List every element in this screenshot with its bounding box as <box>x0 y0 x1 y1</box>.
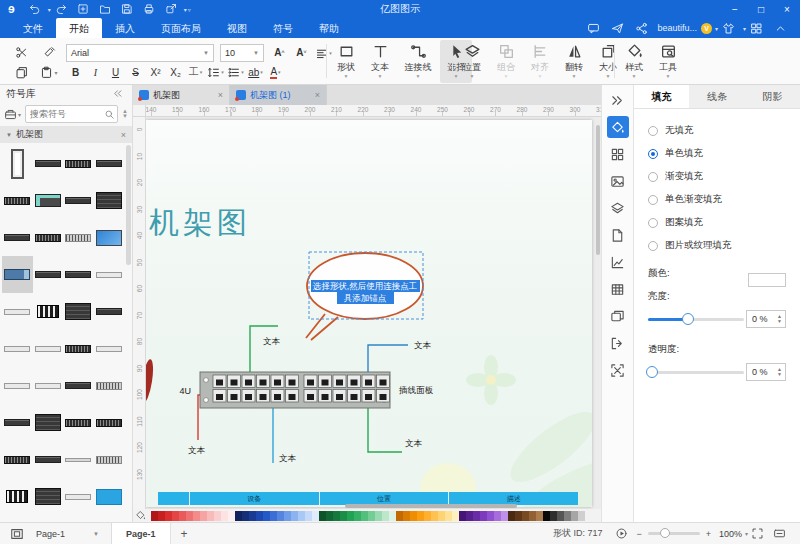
apps-icon[interactable] <box>750 22 766 35</box>
quickbar-collapse-icon[interactable]: ▿ <box>188 6 191 13</box>
radio-icon[interactable] <box>648 241 658 251</box>
symbol-item-21[interactable] <box>33 330 64 367</box>
open-file-icon[interactable] <box>99 3 113 15</box>
theme-icon[interactable] <box>722 22 738 35</box>
print-icon[interactable] <box>143 3 157 15</box>
symbol-item-9[interactable] <box>33 219 64 256</box>
maximize-button[interactable]: □ <box>748 0 774 18</box>
palette-color-40[interactable] <box>431 511 438 521</box>
highlight-color-button[interactable]: ab▾ <box>246 64 265 80</box>
tab-line[interactable]: 线条 <box>689 85 744 108</box>
palette-color-23[interactable] <box>312 511 319 521</box>
symbol-item-30[interactable] <box>63 404 94 441</box>
fullscreen-icon[interactable] <box>751 527 767 540</box>
opacity-slider-thumb[interactable] <box>646 366 658 378</box>
fill-bucket-icon[interactable] <box>135 510 149 521</box>
symbol-item-37[interactable] <box>33 478 64 515</box>
symbol-item-17[interactable] <box>33 293 64 330</box>
clipart-panel-icon[interactable] <box>607 305 629 327</box>
export-icon[interactable] <box>165 3 179 15</box>
menu-item-0[interactable]: 文件 <box>10 18 56 38</box>
menu-item-6[interactable]: 帮助 <box>306 18 352 38</box>
symbol-item-34[interactable] <box>63 441 94 478</box>
palette-color-43[interactable] <box>452 511 459 521</box>
palette-color-61[interactable] <box>578 511 585 521</box>
fill-option-3[interactable]: 单色渐变填充 <box>648 188 800 211</box>
symbol-item-40[interactable] <box>2 515 33 522</box>
sidebar-scrollbar[interactable] <box>126 145 131 265</box>
radio-icon[interactable] <box>648 126 658 136</box>
symbol-item-22[interactable] <box>63 330 94 367</box>
opacity-spinner-arrows[interactable]: ▲▼ <box>777 367 785 377</box>
symbol-item-6[interactable] <box>63 182 94 219</box>
palette-color-44[interactable] <box>459 511 466 521</box>
palette-color-28[interactable] <box>347 511 354 521</box>
symbol-item-20[interactable] <box>2 330 33 367</box>
palette-color-18[interactable] <box>277 511 284 521</box>
palette-color-47[interactable] <box>480 511 487 521</box>
menu-item-3[interactable]: 页面布局 <box>148 18 214 38</box>
symbol-item-28[interactable] <box>2 404 33 441</box>
symbol-item-25[interactable] <box>33 367 64 404</box>
close-library-icon[interactable]: × <box>121 130 126 140</box>
tool-connector-button[interactable]: 连接线▼ <box>398 40 438 83</box>
fill-color-swatch[interactable] <box>748 273 786 287</box>
palette-color-14[interactable] <box>249 511 256 521</box>
palette-color-3[interactable] <box>172 511 179 521</box>
palette-color-33[interactable] <box>382 511 389 521</box>
symbol-item-35[interactable] <box>94 441 125 478</box>
palette-color-41[interactable] <box>438 511 445 521</box>
palette-color-16[interactable] <box>263 511 270 521</box>
fill-option-2[interactable]: 渐变填充 <box>648 165 800 188</box>
tool-style-button[interactable]: 样式▼ <box>618 40 650 83</box>
symbol-item-13[interactable] <box>33 256 64 293</box>
underline-button[interactable]: U <box>106 64 125 80</box>
radio-icon[interactable] <box>648 172 658 182</box>
zoom-out-button[interactable]: − <box>636 529 641 539</box>
menu-item-5[interactable]: 符号 <box>260 18 306 38</box>
user-dropdown-icon[interactable]: ▾ <box>715 25 718 32</box>
radio-icon[interactable] <box>648 195 658 205</box>
symbol-item-24[interactable] <box>2 367 33 404</box>
fill-option-0[interactable]: 无填充 <box>648 119 800 142</box>
palette-color-12[interactable] <box>235 511 242 521</box>
symbol-item-8[interactable] <box>2 219 33 256</box>
vip-badge-icon[interactable]: V <box>701 23 712 34</box>
menu-item-2[interactable]: 插入 <box>102 18 148 38</box>
palette-color-58[interactable] <box>557 511 564 521</box>
symbol-item-0[interactable] <box>2 145 33 182</box>
palette-color-19[interactable] <box>284 511 291 521</box>
document-tab-2[interactable]: 机架图 (1) × <box>230 85 327 105</box>
palette-color-42[interactable] <box>445 511 452 521</box>
palette-color-20[interactable] <box>291 511 298 521</box>
symbol-item-4[interactable] <box>2 182 33 219</box>
palette-color-8[interactable] <box>207 511 214 521</box>
page-tab[interactable]: Page-1 <box>112 523 171 544</box>
fill-option-1[interactable]: 单色填充 <box>648 142 800 165</box>
palette-color-27[interactable] <box>340 511 347 521</box>
palette-color-13[interactable] <box>242 511 249 521</box>
palette-color-22[interactable] <box>305 511 312 521</box>
cut-button[interactable] <box>10 43 32 61</box>
zoom-slider-thumb[interactable] <box>660 528 670 538</box>
palette-color-30[interactable] <box>361 511 368 521</box>
symbol-item-31[interactable] <box>94 404 125 441</box>
page-selector-dropdown[interactable]: Page-1 ▼ <box>36 529 99 539</box>
palette-color-50[interactable] <box>501 511 508 521</box>
table-panel-icon[interactable] <box>607 278 629 300</box>
radio-icon[interactable] <box>648 149 658 159</box>
menu-item-4[interactable]: 视图 <box>214 18 260 38</box>
symbol-item-42[interactable] <box>63 515 94 522</box>
add-page-button[interactable]: + <box>181 527 188 541</box>
symbol-item-5[interactable] <box>33 182 64 219</box>
palette-color-2[interactable] <box>165 511 172 521</box>
presentation-icon[interactable] <box>615 527 631 540</box>
background-panel-icon[interactable] <box>607 170 629 192</box>
palette-color-11[interactable] <box>228 511 235 521</box>
symbol-item-32[interactable] <box>2 441 33 478</box>
drawing-page[interactable] <box>146 120 592 507</box>
close-tab-icon[interactable]: × <box>309 90 320 100</box>
symbol-item-10[interactable] <box>63 219 94 256</box>
symbol-item-18[interactable] <box>63 293 94 330</box>
symbol-item-12[interactable] <box>2 256 33 293</box>
